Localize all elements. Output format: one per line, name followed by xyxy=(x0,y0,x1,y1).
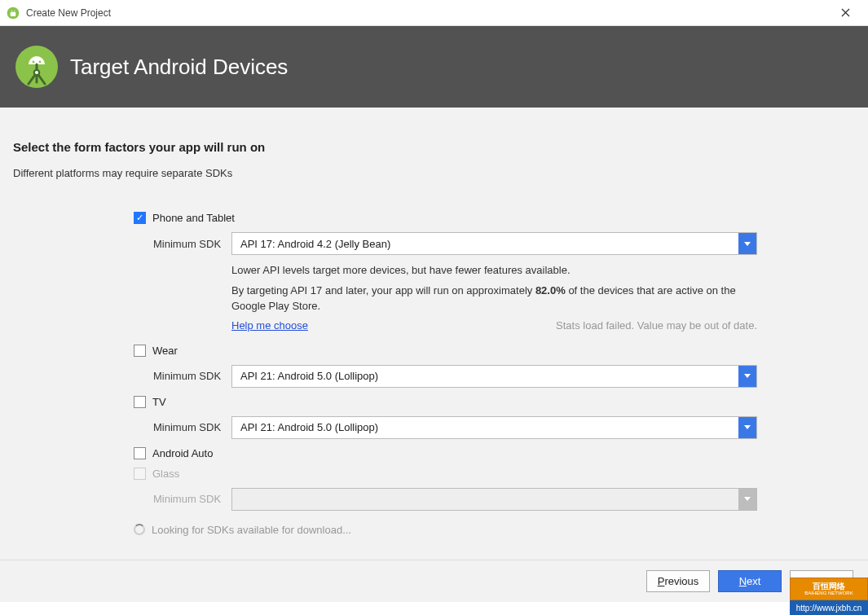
checkbox-phone-tablet[interactable] xyxy=(134,212,146,224)
sdk-value-tv: API 21: Android 5.0 (Lollipop) xyxy=(232,421,738,433)
svg-point-2 xyxy=(11,10,12,11)
checkbox-tv[interactable] xyxy=(134,396,146,408)
checkbox-label-wear: Wear xyxy=(152,345,178,357)
help-row: Help me choose Stats load failed. Value … xyxy=(134,319,757,332)
content-area: Select the form factors your app will ru… xyxy=(0,108,868,560)
svg-point-5 xyxy=(33,61,35,64)
checkbox-row-phone-tablet: Phone and Tablet xyxy=(134,212,757,224)
svg-rect-1 xyxy=(11,11,16,15)
previous-rest: revious xyxy=(664,575,698,587)
svg-point-3 xyxy=(14,10,15,11)
next-button[interactable]: Next xyxy=(718,570,782,592)
svg-point-7 xyxy=(34,70,39,75)
checkbox-glass xyxy=(134,468,146,480)
info-2a: By targeting API 17 and later, your app … xyxy=(231,284,535,297)
cancel-button[interactable]: Cancel xyxy=(790,570,853,592)
sdk-value-wear: API 21: Android 5.0 (Lollipop) xyxy=(232,370,738,382)
info-percent: 82.0% xyxy=(535,284,566,297)
next-rest: ext xyxy=(747,575,760,587)
section-subtext: Different platforms may require separate… xyxy=(13,167,855,179)
page-title: Target Android Devices xyxy=(70,55,288,80)
checkbox-label-phone-tablet: Phone and Tablet xyxy=(152,212,235,224)
checkbox-label-glass: Glass xyxy=(152,468,179,480)
sdk-select-wear[interactable]: API 21: Android 5.0 (Lollipop) xyxy=(231,365,757,388)
sdk-row-tv: Minimum SDK API 21: Android 5.0 (Lollipo… xyxy=(134,416,757,439)
sdk-row-glass: Minimum SDK xyxy=(134,488,757,511)
chevron-down-icon xyxy=(738,417,756,438)
form-area: Phone and Tablet Minimum SDK API 17: And… xyxy=(13,212,855,536)
close-button[interactable] xyxy=(829,1,861,25)
checkbox-auto[interactable] xyxy=(134,447,146,459)
sdk-label-phone-tablet: Minimum SDK xyxy=(134,238,231,250)
android-studio-icon xyxy=(7,7,20,20)
sdk-select-glass xyxy=(231,488,757,511)
loading-text: Looking for SDKs available for download.… xyxy=(152,524,351,536)
spinner-icon xyxy=(134,524,145,535)
checkbox-row-glass: Glass xyxy=(134,468,757,480)
section-heading: Select the form factors your app will ru… xyxy=(13,140,855,154)
wizard-footer: Previous Next Cancel xyxy=(0,560,868,602)
checkbox-row-auto: Android Auto xyxy=(134,447,757,459)
sdk-row-wear: Minimum SDK API 21: Android 5.0 (Lollipo… xyxy=(134,365,757,388)
close-icon xyxy=(841,8,850,17)
watermark-url: http://www.jxbh.cn xyxy=(790,600,868,615)
help-me-choose-link[interactable]: Help me choose xyxy=(231,319,308,332)
loading-row: Looking for SDKs available for download.… xyxy=(134,524,757,536)
checkbox-label-auto: Android Auto xyxy=(152,447,213,459)
sdk-label-glass: Minimum SDK xyxy=(134,493,231,505)
sdk-row-phone-tablet: Minimum SDK API 17: Android 4.2 (Jelly B… xyxy=(134,232,757,255)
window-title: Create New Project xyxy=(26,7,829,19)
sdk-value-phone-tablet: API 17: Android 4.2 (Jelly Bean) xyxy=(232,238,738,250)
sdk-label-tv: Minimum SDK xyxy=(134,421,231,433)
svg-point-6 xyxy=(39,61,42,64)
info-line-1: Lower API levels target more devices, bu… xyxy=(134,263,757,279)
chevron-down-icon xyxy=(738,233,756,254)
header-banner: Target Android Devices xyxy=(0,26,868,108)
checkbox-row-wear: Wear xyxy=(134,345,757,357)
checkbox-label-tv: TV xyxy=(152,396,166,408)
info-line-2: By targeting API 17 and later, your app … xyxy=(134,283,757,314)
sdk-select-tv[interactable]: API 21: Android 5.0 (Lollipop) xyxy=(231,416,757,439)
sdk-label-wear: Minimum SDK xyxy=(134,370,231,382)
checkbox-row-tv: TV xyxy=(134,396,757,408)
android-studio-logo xyxy=(15,45,59,89)
stats-note: Stats load failed. Value may be out of d… xyxy=(556,319,757,332)
sdk-select-phone-tablet[interactable]: API 17: Android 4.2 (Jelly Bean) xyxy=(231,232,757,255)
window-titlebar: Create New Project xyxy=(0,0,868,26)
checkbox-wear[interactable] xyxy=(134,345,146,357)
chevron-down-icon xyxy=(738,489,756,510)
previous-button[interactable]: Previous xyxy=(646,570,710,592)
chevron-down-icon xyxy=(738,366,756,387)
